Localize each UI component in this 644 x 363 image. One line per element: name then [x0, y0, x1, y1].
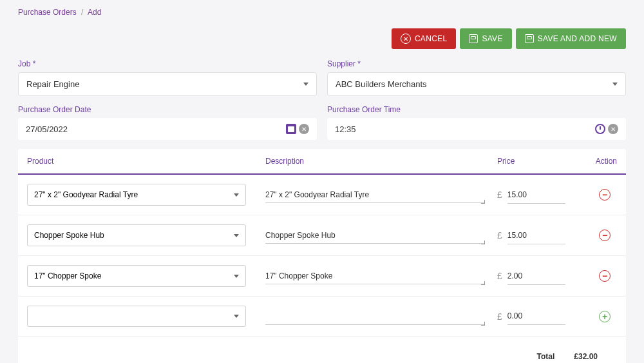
chevron-down-icon	[612, 83, 618, 86]
cancel-label: CANCEL	[415, 34, 447, 43]
price-input[interactable]	[507, 268, 565, 285]
toolbar: ✕ CANCEL SAVE SAVE AND ADD NEW	[18, 28, 626, 49]
save-add-new-button[interactable]: SAVE AND ADD NEW	[516, 28, 626, 49]
col-action: Action	[581, 157, 617, 166]
total-label: Total	[537, 352, 555, 361]
total-value: £32.00	[574, 352, 598, 361]
cancel-button[interactable]: ✕ CANCEL	[392, 28, 456, 49]
price-input[interactable]	[507, 186, 565, 204]
chevron-down-icon	[234, 193, 239, 197]
product-select[interactable]: 17" Chopper Spoke	[27, 265, 246, 287]
table-row: 27" x 2" Goodyear Radial Tyre£−	[18, 175, 626, 215]
date-input[interactable]: 27/05/2022 ✕	[18, 118, 317, 140]
chevron-down-icon	[234, 275, 239, 278]
resize-handle[interactable]	[480, 280, 486, 286]
clock-icon[interactable]	[595, 124, 605, 134]
clear-date-icon[interactable]: ✕	[299, 124, 309, 134]
description-input[interactable]	[265, 186, 484, 203]
date-value: 27/05/2022	[26, 124, 68, 134]
currency-symbol: £	[497, 271, 502, 281]
product-value: Chopper Spoke Hub	[34, 231, 104, 240]
table-row: £+	[18, 297, 626, 337]
resize-handle[interactable]	[480, 240, 486, 245]
product-value: 17" Chopper Spoke	[34, 271, 101, 280]
add-row-button[interactable]: +	[599, 311, 611, 322]
line-items-table: Product Description Price Action 27" x 2…	[18, 149, 626, 363]
savenew-label: SAVE AND ADD NEW	[538, 34, 617, 43]
currency-symbol: £	[497, 311, 502, 322]
time-input[interactable]: 12:35 ✕	[327, 118, 626, 140]
job-value: Repair Engine	[26, 79, 79, 89]
currency-symbol: £	[497, 190, 502, 200]
save-icon	[525, 34, 534, 43]
product-select[interactable]: 27" x 2" Goodyear Radial Tyre	[27, 184, 246, 206]
resize-handle[interactable]	[480, 199, 486, 204]
table-row: 17" Chopper Spoke£−	[18, 256, 626, 297]
clear-time-icon[interactable]: ✕	[608, 124, 618, 134]
chevron-down-icon	[234, 234, 239, 237]
breadcrumb-parent[interactable]: Purchase Orders	[18, 8, 77, 17]
remove-row-button[interactable]: −	[599, 189, 611, 201]
supplier-label: Supplier *	[327, 59, 626, 68]
product-value: 27" x 2" Goodyear Radial Tyre	[34, 190, 138, 199]
job-label: Job *	[18, 59, 317, 68]
supplier-value: ABC Builders Merchants	[336, 79, 427, 89]
remove-row-button[interactable]: −	[599, 270, 611, 282]
calendar-icon[interactable]	[286, 124, 296, 134]
time-label: Purchase Order Time	[327, 105, 626, 114]
currency-symbol: £	[497, 230, 502, 240]
breadcrumb-current: Add	[88, 8, 101, 17]
job-select[interactable]: Repair Engine	[18, 72, 317, 96]
product-select[interactable]	[27, 306, 246, 327]
breadcrumb-sep: /	[81, 8, 83, 17]
product-select[interactable]: Chopper Spoke Hub	[27, 224, 246, 246]
save-button[interactable]: SAVE	[460, 28, 511, 49]
price-input[interactable]	[507, 227, 565, 244]
col-product: Product	[27, 157, 265, 166]
breadcrumb: Purchase Orders / Add	[18, 8, 626, 17]
col-price: Price	[497, 157, 581, 166]
save-label: SAVE	[482, 34, 502, 43]
description-input[interactable]	[265, 227, 484, 244]
save-icon	[469, 34, 478, 43]
cancel-icon: ✕	[401, 34, 411, 44]
supplier-select[interactable]: ABC Builders Merchants	[327, 72, 626, 96]
date-label: Purchase Order Date	[18, 105, 317, 114]
remove-row-button[interactable]: −	[599, 230, 611, 241]
time-value: 12:35	[335, 124, 356, 134]
col-description: Description	[265, 157, 497, 166]
chevron-down-icon	[303, 83, 308, 86]
resize-handle[interactable]	[480, 321, 486, 326]
table-row: Chopper Spoke Hub£−	[18, 215, 626, 256]
chevron-down-icon	[234, 315, 239, 318]
price-input[interactable]	[507, 308, 565, 325]
description-input[interactable]	[265, 308, 484, 325]
description-input[interactable]	[265, 268, 484, 284]
